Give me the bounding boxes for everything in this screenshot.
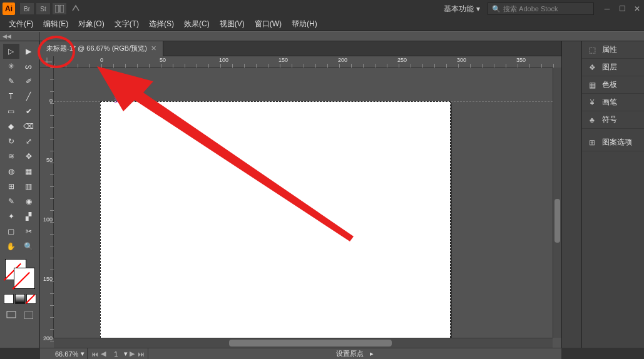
ruler-horizontal[interactable]: 050100150200250300350 (54, 56, 553, 68)
rotate-tool[interactable]: ↻ (3, 134, 19, 149)
artboard-navigator[interactable]: ⏮ ◀ 1 ▾ ▶ ⏭ (87, 348, 148, 360)
screen-mode-button[interactable] (3, 308, 19, 323)
status-menu-icon[interactable]: ▸ (370, 350, 374, 358)
ruler-tick: 250 (397, 57, 407, 63)
stroke-swatch[interactable] (14, 268, 35, 289)
shaper-tool[interactable]: ◆ (3, 119, 19, 134)
brush-icon: ¥ (587, 98, 597, 108)
svg-rect-2 (7, 311, 16, 318)
menu-object[interactable]: 对象(O) (73, 18, 109, 31)
smart-guide-label: 交叉 (114, 95, 128, 104)
ruler-tick: 0 (100, 57, 103, 63)
panel-label: 图层 (602, 62, 617, 73)
panel-brushes[interactable]: ¥ 画笔 (582, 94, 644, 111)
stock-search-input[interactable]: 🔍 搜索 Adobe Stock (488, 3, 594, 15)
symbol-sprayer-tool[interactable]: ✦ (3, 209, 19, 224)
menu-select[interactable]: 选择(S) (144, 18, 179, 31)
ruler-origin-corner[interactable] (40, 56, 54, 68)
direct-selection-tool[interactable]: ▶ (21, 44, 37, 59)
perspective-tool[interactable]: ▦ (21, 164, 37, 179)
menu-edit[interactable]: 编辑(E) (38, 18, 73, 31)
none-mode-swatch[interactable] (26, 294, 36, 304)
gpu-performance-icon[interactable] (69, 3, 83, 14)
scrollbar-vertical[interactable] (553, 68, 561, 338)
viewport[interactable]: 交叉 (54, 68, 553, 338)
selection-tool[interactable]: ▷ (3, 44, 19, 59)
eyedropper-tool[interactable]: ✎ (3, 194, 19, 209)
collapse-icon[interactable]: ◀◀ (3, 33, 11, 39)
scale-tool[interactable]: ⤢ (21, 134, 37, 149)
artboard-tool[interactable]: ▢ (3, 224, 19, 239)
fill-stroke-indicator[interactable] (5, 259, 35, 289)
mesh-tool[interactable]: ⊞ (3, 179, 19, 194)
status-info-label: 设置原点 (336, 349, 364, 358)
workspace-switcher[interactable]: 基本功能 ▾ (444, 4, 480, 14)
menu-help[interactable]: 帮助(H) (287, 18, 322, 31)
ruler-tick: 200 (338, 57, 347, 63)
workspace-label: 基本功能 (444, 4, 474, 14)
blend-tool[interactable]: ◉ (21, 194, 37, 209)
menu-window[interactable]: 窗口(W) (250, 18, 287, 31)
menu-effect[interactable]: 效果(C) (179, 18, 215, 31)
arrange-docs-button[interactable] (53, 3, 66, 14)
scrollbar-thumb[interactable] (555, 199, 560, 243)
next-artboard-button[interactable]: ▶ (128, 350, 136, 358)
svg-rect-1 (60, 5, 64, 13)
document-tab[interactable]: 未标题-1* @ 66.67% (RGB/预览) ✕ (40, 41, 163, 56)
panel-pattern-options[interactable]: ⊞ 图案选项 (582, 134, 644, 151)
panel-properties[interactable]: ⬚ 属性 (582, 41, 644, 59)
scrollbar-horizontal[interactable] (54, 338, 553, 348)
gradient-tool[interactable]: ▥ (21, 179, 37, 194)
rectangle-tool[interactable]: ▭ (3, 104, 19, 119)
bridge-button[interactable]: Br (20, 3, 34, 14)
zoom-level[interactable]: 66.67% ▾ (53, 348, 87, 360)
close-tab-icon[interactable]: ✕ (151, 44, 156, 53)
minimize-button[interactable]: ─ (603, 4, 611, 13)
lasso-tool[interactable]: ᔕ (21, 59, 37, 74)
maximize-button[interactable]: ☐ (618, 4, 626, 13)
scrollbar-thumb[interactable] (229, 340, 392, 346)
hand-tool[interactable]: ✋ (3, 239, 19, 254)
line-tool[interactable]: ╱ (21, 89, 37, 104)
color-mode-swatch[interactable] (4, 294, 14, 304)
last-artboard-button[interactable]: ⏭ (136, 350, 145, 358)
panel-dock-strip[interactable] (561, 41, 581, 348)
ruler-tick: 350 (516, 57, 526, 63)
brush-tool[interactable]: ✔ (21, 104, 37, 119)
type-tool[interactable]: T (3, 89, 19, 104)
prev-artboard-button[interactable]: ◀ (99, 350, 108, 358)
first-artboard-button[interactable]: ⏮ (90, 350, 99, 358)
zoom-tool[interactable]: 🔍 (21, 239, 37, 254)
width-tool[interactable]: ≋ (3, 149, 19, 164)
free-transform-tool[interactable]: ✥ (21, 149, 37, 164)
close-button[interactable]: ✕ (633, 4, 641, 13)
panel-symbols[interactable]: ♣ 符号 (582, 111, 644, 129)
panel-dock: ⬚ 属性 ❖ 图层 ▦ 色板 ¥ 画笔 ♣ 符号 ⊞ 图案选项 (581, 41, 644, 348)
magic-wand-tool[interactable]: ✳ (3, 59, 19, 74)
slice-tool[interactable]: ✂ (21, 224, 37, 239)
svg-rect-0 (55, 5, 59, 13)
stock-search-placeholder: 搜索 Adobe Stock (503, 4, 558, 14)
artboard[interactable] (100, 101, 451, 338)
document-tab-bar: 未标题-1* @ 66.67% (RGB/预览) ✕ (40, 41, 561, 56)
pen-tool[interactable]: ✎ (3, 74, 19, 89)
change-screen-mode-button[interactable] (21, 308, 37, 323)
panel-layers[interactable]: ❖ 图层 (582, 59, 644, 76)
menu-file[interactable]: 文件(F) (4, 18, 38, 31)
guide-line (54, 101, 100, 102)
ruler-vertical[interactable]: 050100150200 (40, 68, 54, 338)
status-info[interactable]: 设置原点 ▸ (148, 348, 561, 360)
panel-swatches[interactable]: ▦ 色板 (582, 76, 644, 94)
stock-button[interactable]: St (36, 3, 50, 14)
menu-type[interactable]: 文字(T) (110, 18, 144, 31)
pattern-icon: ⊞ (587, 138, 597, 148)
gradient-mode-swatch[interactable] (15, 294, 25, 304)
eraser-tool[interactable]: ⌫ (21, 119, 37, 134)
chevron-down-icon: ▾ (476, 4, 480, 13)
guide-line (451, 101, 553, 102)
panel-label: 属性 (602, 44, 617, 55)
graph-tool[interactable]: ▞ (21, 209, 37, 224)
curvature-tool[interactable]: ✐ (21, 74, 37, 89)
shape-builder-tool[interactable]: ◍ (3, 164, 19, 179)
menu-view[interactable]: 视图(V) (215, 18, 250, 31)
